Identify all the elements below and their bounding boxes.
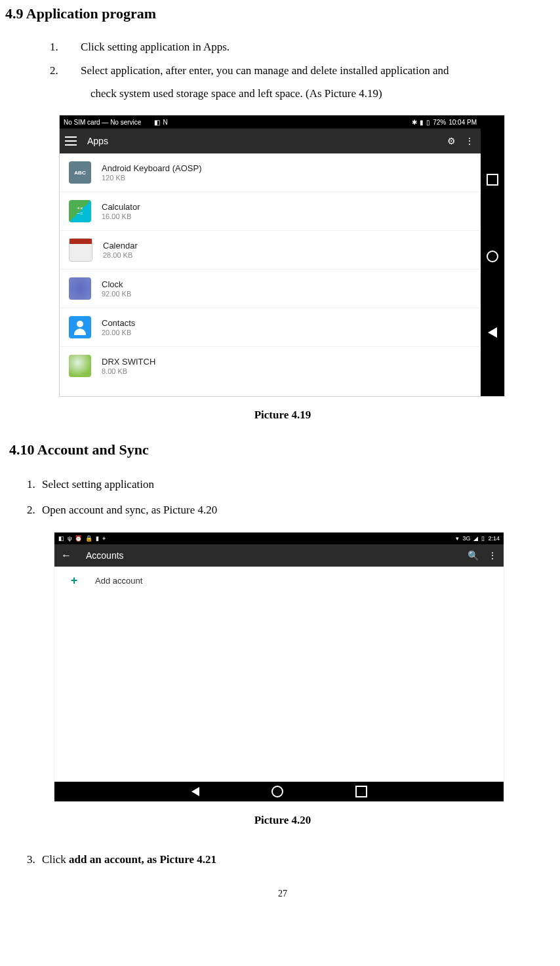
list-item: Select application, after enter, you can… — [61, 59, 560, 106]
list-item: Select setting application — [38, 472, 560, 497]
page-number: 27 — [5, 889, 560, 899]
section-410-heading: 4.10 Account and Sync — [9, 441, 560, 458]
list-item: Open account and sync, as Picture 4.20 — [38, 497, 560, 523]
app-row[interactable]: Android Keyboard (AOSP) 120 KB — [60, 153, 481, 192]
app-bar: ← Accounts 🔍 ⋮ — [54, 544, 504, 567]
nav-home-icon[interactable] — [487, 251, 498, 262]
battery-icon: ▯ — [481, 535, 485, 542]
nav-recent-icon[interactable] — [355, 786, 367, 797]
overflow-icon[interactable]: ⋮ — [488, 550, 497, 561]
status-icon: ◧ — [58, 535, 64, 542]
app-size: 120 KB — [102, 174, 201, 182]
wifi-icon: ▾ — [456, 535, 459, 542]
battery-icon: ▯ — [426, 119, 430, 126]
app-name: Contacts — [102, 318, 135, 329]
app-icon-clock — [69, 277, 91, 300]
status-icon: N — [163, 119, 167, 126]
signal-icon: ◢ — [473, 535, 478, 542]
usb-icon: ψ — [68, 535, 71, 542]
app-icon-calculator — [69, 200, 91, 222]
section-49-steps: Click setting application in Apps. Selec… — [5, 35, 560, 106]
app-row[interactable]: Calendar 28.00 KB — [60, 231, 481, 270]
signal-icon: ▮ — [420, 119, 424, 126]
app-row[interactable]: DRX SWITCH 8.00 KB — [60, 347, 481, 385]
status-sim: No SIM card — No service — [64, 119, 141, 126]
app-row[interactable]: Calculator 16.00 KB — [60, 192, 481, 231]
back-icon[interactable]: ← — [61, 550, 71, 561]
section-410-steps: Select setting application Open account … — [5, 472, 560, 523]
app-size: 28.00 KB — [103, 251, 138, 259]
signal-label: 3G — [462, 535, 470, 542]
search-icon[interactable]: 🔍 — [468, 550, 479, 561]
section-410-step3: Click add an account, as Picture 4.21 — [5, 847, 560, 872]
battery-text: 72% — [433, 119, 446, 126]
add-account-row[interactable]: + Add account — [54, 567, 504, 594]
step-text-cont: check system used storage space and left… — [90, 82, 560, 106]
figure-caption-420: Picture 4.20 — [5, 814, 560, 827]
list-item: Click setting application in Apps. — [61, 35, 560, 59]
app-name: Calculator — [102, 202, 140, 212]
overflow-icon[interactable]: ⋮ — [464, 136, 475, 146]
app-icon-drx — [69, 355, 91, 377]
lock-icon: 🔒 — [85, 535, 92, 542]
gear-icon[interactable]: ⚙ — [445, 136, 457, 146]
app-size: 20.00 KB — [102, 329, 135, 336]
app-name: Android Keyboard (AOSP) — [102, 163, 201, 174]
nav-back-icon[interactable] — [191, 787, 199, 796]
screenshot-accounts: ◧ ψ ⏰ 🔒 ▮ ⌖ ▾ 3G ◢ ▯ 2:14 ← Accounts 🔍 ⋮… — [54, 532, 504, 802]
screenshot-apps: No SIM card — No service ◧ N ✱ ▮ ▯ 72% 1… — [59, 115, 505, 397]
app-icon-contacts — [69, 316, 91, 338]
status-time: 10:04 PM — [449, 119, 477, 126]
plus-icon: + — [66, 574, 82, 588]
app-name: Clock — [102, 279, 131, 290]
status-bar: ◧ ψ ⏰ 🔒 ▮ ⌖ ▾ 3G ◢ ▯ 2:14 — [54, 533, 504, 544]
status-time: 2:14 — [488, 535, 500, 542]
step3-bold: add an account, as Picture 4.21 — [69, 853, 216, 866]
list-item: Click add an account, as Picture 4.21 — [38, 847, 560, 872]
status-bar: No SIM card — No service ◧ N ✱ ▮ ▯ 72% 1… — [60, 115, 481, 129]
figure-caption-419: Picture 4.19 — [5, 409, 560, 422]
app-bar: Apps ⚙ ⋮ — [60, 129, 481, 153]
bluetooth-icon: ✱ — [412, 119, 417, 126]
section-49-heading: 4.9 Application program — [5, 5, 560, 22]
apps-list: Android Keyboard (AOSP) 120 KB Calculato… — [60, 153, 481, 385]
appbar-title: Apps — [87, 136, 439, 146]
app-icon-calendar — [69, 238, 92, 262]
add-account-label: Add account — [95, 576, 142, 586]
status-icon: ◧ — [154, 119, 160, 126]
status-icon: ▮ — [96, 535, 99, 542]
appbar-title: Accounts — [86, 550, 468, 561]
nav-home-icon[interactable] — [271, 786, 283, 797]
app-size: 16.00 KB — [102, 212, 140, 220]
hamburger-icon[interactable] — [65, 136, 77, 146]
app-size: 92.00 KB — [102, 290, 131, 298]
app-size: 8.00 KB — [102, 367, 155, 375]
app-name: Calendar — [103, 241, 138, 251]
app-row[interactable]: Contacts 20.00 KB — [60, 308, 481, 347]
app-name: DRX SWITCH — [102, 357, 155, 367]
step3-prefix: Click — [42, 853, 69, 866]
nav-bar-right — [481, 115, 504, 396]
app-row[interactable]: Clock 92.00 KB — [60, 270, 481, 308]
step-text: Select application, after enter, you can… — [81, 64, 449, 77]
debug-icon: ⌖ — [102, 535, 106, 542]
nav-recent-icon[interactable] — [487, 174, 498, 186]
nav-bar-bottom — [54, 782, 504, 801]
app-icon-keyboard — [69, 161, 91, 184]
status-icon: ⏰ — [75, 535, 82, 542]
nav-back-icon[interactable] — [488, 327, 497, 338]
